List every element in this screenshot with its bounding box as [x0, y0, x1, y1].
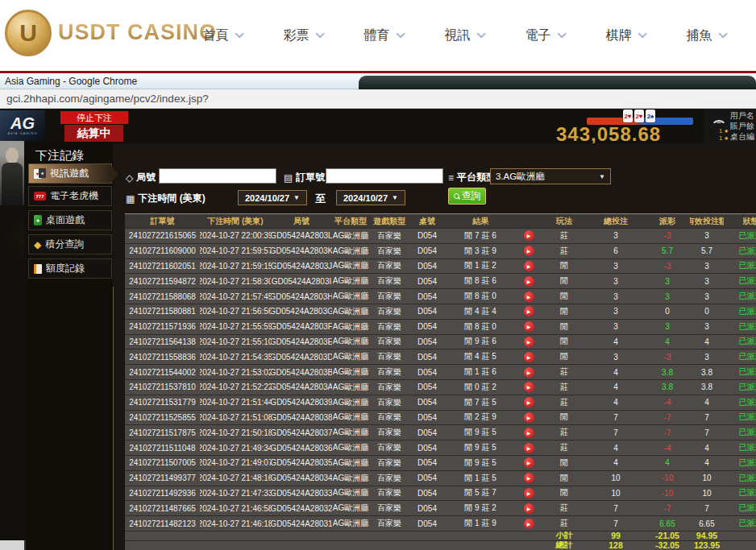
replay-play-button[interactable]: ▶	[524, 443, 534, 453]
replay-play-button[interactable]: ▶	[524, 428, 534, 438]
round-number-input[interactable]	[159, 168, 276, 184]
cell-table: D054	[409, 456, 445, 470]
to-label: 至	[315, 192, 326, 206]
cell-empty	[125, 541, 200, 550]
table-row: 2410272114993772024-10-27 21:48:16GD0542…	[125, 471, 756, 486]
cell-platform: AG歐洲廳	[332, 289, 369, 304]
replay-play-button[interactable]: ▶	[524, 519, 534, 529]
date-from-select[interactable]: 2024/10/27▼	[238, 190, 307, 205]
replay-play-button[interactable]: ▶	[524, 292, 534, 302]
cell-game-type: 百家樂	[369, 516, 409, 531]
sidebar-item-積分查詢[interactable]: ◆積分查詢	[28, 234, 112, 254]
sidebar-item-電子老虎機[interactable]: 777電子老虎機	[28, 186, 112, 206]
sidebar-item-桌面遊戲[interactable]: ♠桌面遊戲	[28, 210, 112, 230]
cell-bet: 3	[587, 289, 645, 304]
cell-round: GD05424A2803F	[271, 320, 332, 334]
nav-item-首頁[interactable]: 首頁	[203, 27, 241, 44]
replay-play-button[interactable]: ▶	[524, 352, 534, 362]
cell-payout: 3	[645, 320, 690, 334]
cell-game-type: 百家樂	[369, 471, 409, 486]
replay-play-button[interactable]: ▶	[524, 382, 534, 392]
cell-table: D054	[409, 320, 445, 334]
cell-valid-bet: 3	[690, 320, 724, 334]
table-row: 2410272115378102024-10-27 21:52:22GD0542…	[125, 380, 756, 395]
replay-play-button[interactable]: ▶	[524, 246, 534, 256]
cell-bet: 10	[587, 486, 645, 501]
site-header: U USDT CASINO 首頁彩票體育視訊電子棋牌捕魚	[0, 0, 756, 71]
cell-platform: AG歐洲廳	[332, 486, 369, 501]
cell-total-label: 小計	[542, 531, 587, 540]
cell-play: 閒	[542, 274, 587, 288]
cell-replay: ▶	[516, 244, 542, 258]
table-row: 2410272115641382024-10-27 21:55:10GD0542…	[125, 335, 756, 350]
col-header: 訂單號	[125, 214, 200, 228]
nav-item-棋牌[interactable]: 棋牌	[606, 27, 644, 44]
table-total-row: 總計128-32.05123.95	[125, 541, 756, 550]
table-row: 2410272115110482024-10-27 21:49:34GD0542…	[125, 440, 756, 456]
order-number-input[interactable]	[326, 168, 443, 184]
cell-time: 2024-10-27 21:51:08	[200, 411, 271, 425]
replay-play-button[interactable]: ▶	[524, 412, 534, 423]
nav-item-體育[interactable]: 體育	[364, 27, 402, 44]
replay-play-button[interactable]: ▶	[524, 457, 534, 468]
sidebar-item-視訊遊戲[interactable]: ♥♠視訊遊戲	[28, 163, 112, 184]
chevron-down-icon	[638, 29, 646, 38]
cell-game-type: 百家樂	[369, 501, 409, 515]
replay-play-button[interactable]: ▶	[524, 306, 534, 316]
date-to-select[interactable]: 2024/10/27▼	[336, 190, 405, 205]
cell-valid-bet: 3	[690, 289, 724, 304]
cell-play: 閒	[542, 304, 587, 319]
replay-play-button[interactable]: ▶	[524, 321, 534, 332]
platform-type-select[interactable]: 3.AG歐洲廳 ▼	[490, 168, 611, 184]
cell-play: 莊	[542, 229, 587, 243]
replay-play-button[interactable]: ▶	[524, 276, 534, 287]
address-bar: gci.2hhapi.com/agingame/pcv2/index.jsp?	[0, 89, 756, 109]
cell-status: 已派彩	[724, 274, 756, 288]
replay-play-button[interactable]: ▶	[524, 230, 534, 241]
cell-time: 2024-10-27 21:59:15	[200, 259, 271, 274]
replay-play-button[interactable]: ▶	[524, 367, 534, 378]
sidebar-item-額度記錄[interactable]: 額度記錄	[28, 258, 112, 279]
table-row: 2410272216150652024-10-27 22:00:39GD0542…	[125, 229, 756, 244]
cell-order: 241027211602051	[125, 259, 200, 274]
cell-play: 莊	[542, 244, 587, 258]
cell-status: 已派彩	[724, 304, 756, 319]
replay-play-button[interactable]: ▶	[524, 503, 534, 514]
cell-replay: ▶	[516, 456, 542, 470]
replay-play-button[interactable]: ▶	[524, 488, 534, 498]
replay-play-button[interactable]: ▶	[524, 473, 534, 483]
cell-empty	[271, 531, 332, 540]
cell-table: D054	[409, 289, 445, 304]
search-button[interactable]: 查詢	[448, 188, 486, 205]
cell-table: D054	[409, 335, 445, 349]
cell-valid-bet: 10	[690, 471, 724, 486]
cell-round: GD05424A2803G	[271, 304, 332, 319]
cell-order: 241027211525855	[125, 411, 200, 425]
cell-payout: -3	[645, 349, 690, 364]
col-header: 總投注	[587, 214, 645, 228]
nav-item-電子[interactable]: 電子	[525, 27, 563, 44]
ag-logo-text: AG	[10, 116, 35, 131]
table-row: 2410272114929362024-10-27 21:47:33GD0542…	[125, 486, 756, 502]
cell-play: 莊	[542, 501, 587, 515]
cell-order: 241027211580881	[125, 304, 200, 319]
cell-game-type: 百家樂	[369, 440, 409, 455]
col-header: 派彩	[645, 214, 690, 228]
cell-play: 閒	[542, 456, 587, 470]
nav-item-視訊[interactable]: 視訊	[445, 27, 483, 44]
cell-empty	[409, 531, 445, 540]
nav-item-彩票[interactable]: 彩票	[284, 27, 322, 44]
platform-type-label: ≡ 平台類型	[448, 171, 496, 184]
cell-valid-bet: 4	[690, 440, 724, 455]
replay-play-button[interactable]: ▶	[524, 397, 534, 407]
cell-replay: ▶	[516, 411, 542, 425]
replay-play-button[interactable]: ▶	[524, 337, 534, 347]
chevron-down-icon: ▼	[599, 173, 605, 180]
replay-play-button[interactable]: ▶	[524, 261, 534, 271]
cell-payout: -7	[645, 501, 690, 515]
playing-card: 2♠	[646, 110, 655, 122]
cell-play: 莊	[542, 425, 587, 440]
cell-table: D054	[409, 411, 445, 425]
cell-order: 241027211594872	[125, 274, 200, 288]
nav-item-捕魚[interactable]: 捕魚	[687, 27, 725, 44]
